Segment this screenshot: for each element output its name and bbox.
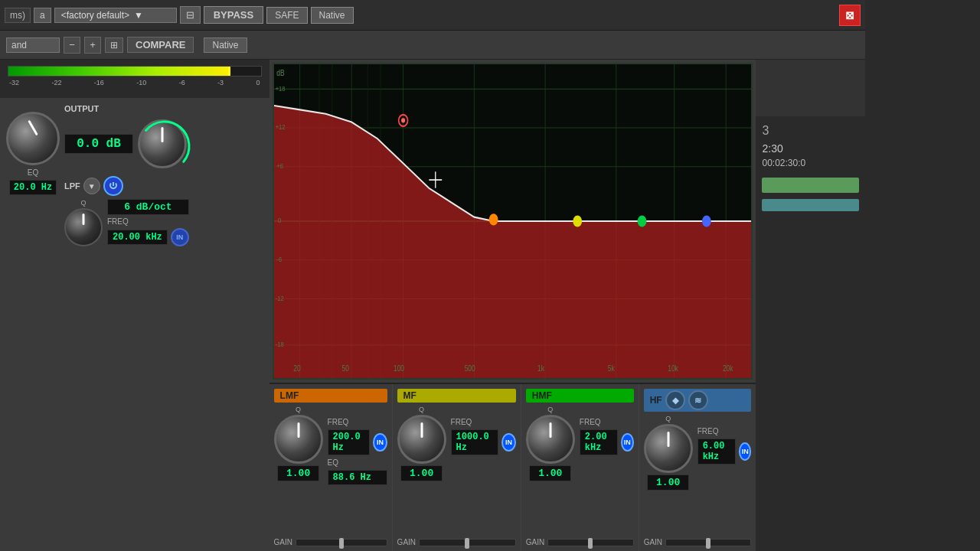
db-12-label: +12	[275, 122, 285, 131]
toolbar-row2: and − + ⊞ COMPARE Native	[0, 31, 865, 60]
lpf-freq-label: FREQ	[107, 217, 189, 226]
db-m6-label: -6	[276, 255, 282, 263]
hf-q-knob[interactable]	[644, 424, 693, 473]
hf-gain-thumb	[706, 538, 710, 549]
lpf-power-btn[interactable]	[103, 176, 123, 196]
hmf-gain-slider[interactable]	[547, 539, 633, 546]
close-button[interactable]: ⊠	[839, 5, 861, 26]
lmf-q-indicator	[297, 422, 299, 438]
lpf-q-knob[interactable]	[64, 208, 103, 246]
hmf-q-knob[interactable]	[526, 415, 575, 464]
lpf-freq-display: 20.00 kHz	[107, 230, 168, 245]
hmf-q-knob-area: Q 1.00	[526, 406, 575, 481]
native-label2[interactable]: Native	[204, 37, 247, 53]
compare-button[interactable]: COMPARE	[127, 37, 194, 53]
vu-level	[8, 67, 230, 76]
save-button[interactable]: ⊟	[180, 6, 201, 24]
lmf-q-knob-area: Q 1.00	[274, 406, 323, 481]
eq-graph-area: dB +18 +12 +6 0 -6 -12 -18 20 50 100 500…	[270, 60, 756, 551]
mf-in-btn[interactable]: IN	[501, 433, 516, 452]
timeline-timecode: 00:02:30:0	[762, 156, 859, 170]
hf-in-btn[interactable]: IN	[739, 442, 752, 461]
mf-gain-thumb	[465, 538, 469, 549]
band-hmf-header: HMF	[526, 389, 634, 403]
eq-point-mf[interactable]	[573, 215, 582, 227]
hf-wave-btn[interactable]: ≋	[688, 390, 708, 410]
a-label: a	[34, 8, 51, 23]
db-6-label: +6	[276, 161, 283, 170]
preset-selector[interactable]: <factory default> ▼	[54, 8, 177, 23]
freq-50: 50	[341, 364, 348, 373]
timeline-info: 3 2:30 00:02:30:0	[756, 116, 865, 174]
freq-1k: 1k	[537, 364, 544, 373]
mf-right: FREQ 1000.0 Hz IN	[451, 418, 516, 455]
lmf-gain-slider[interactable]	[296, 539, 387, 546]
lmf-in-btn[interactable]: IN	[373, 433, 387, 452]
eq-point-lmf[interactable]	[488, 214, 498, 225]
hf-gain-label: GAIN	[644, 538, 662, 546]
vu-peak	[228, 67, 230, 76]
lmf-eq-label: EQ	[328, 458, 387, 467]
plus-button[interactable]: +	[84, 37, 101, 54]
hmf-q-display: 1.00	[529, 465, 571, 481]
db-m18-label: -18	[275, 340, 283, 348]
hf-q-display: 1.00	[647, 474, 689, 491]
lmf-q-knob[interactable]	[274, 415, 323, 464]
db-0-label: 0	[278, 216, 281, 224]
main-knob-wrapper	[6, 112, 60, 165]
output-label: OUTPUT	[64, 104, 263, 113]
hf-gain-row: GAIN	[644, 538, 752, 546]
eq-point-lpf-dot	[401, 118, 405, 122]
freq-500: 500	[464, 364, 475, 373]
mf-freq-display: 1000.0 Hz	[451, 429, 498, 455]
native-button[interactable]: Native	[311, 7, 354, 24]
hf-q-indicator	[667, 432, 669, 447]
main-controls: EQ 20.0 Hz OUTPUT 0.0 dB	[0, 98, 270, 551]
lmf-gain-label: GAIN	[274, 538, 292, 546]
output-controls: OUTPUT 0.0 dB	[64, 104, 263, 168]
lmf-eq-display: 88.6 Hz	[328, 470, 387, 485]
hmf-in-btn[interactable]: IN	[621, 433, 634, 452]
mf-gain-row: GAIN	[397, 538, 516, 546]
output-display: 0.0 dB	[64, 134, 133, 154]
hf-gain-slider[interactable]	[665, 539, 751, 546]
safe-button[interactable]: SAFE	[266, 7, 307, 24]
eq-point-hmf[interactable]	[637, 215, 646, 227]
mf-gain-label: GAIN	[397, 538, 416, 546]
eq-fill	[274, 106, 752, 378]
mf-q-knob[interactable]	[397, 415, 446, 464]
band-dropdown[interactable]: and	[6, 37, 60, 53]
hf-q-knob-area: Q 1.00	[644, 415, 693, 491]
power-icon	[108, 181, 119, 191]
band-mf-section: MF Q 1.00 FREQ 1000.0 Hz	[393, 384, 521, 551]
freq-5k: 5k	[607, 364, 614, 373]
lmf-q-display: 1.00	[277, 465, 319, 481]
minus-button[interactable]: −	[64, 37, 80, 54]
lpf-right: 6 dB/oct FREQ 20.00 kHz IN	[107, 199, 189, 246]
copy-button[interactable]: ⊞	[105, 37, 123, 53]
lmf-controls: Q 1.00 FREQ 200.0 Hz IN	[274, 406, 387, 485]
timeline-top	[756, 60, 865, 116]
vu-scale: -32-22-16-10-6-30	[8, 79, 262, 86]
hmf-gain-row: GAIN	[526, 538, 634, 546]
mf-gain-slider[interactable]	[419, 539, 516, 546]
hmf-freq-display: 2.00 kHz	[580, 429, 618, 455]
main-knob[interactable]	[6, 112, 60, 165]
hf-wave-icon: ≋	[694, 396, 701, 406]
hf-symbol-btn[interactable]: ◆	[665, 390, 685, 410]
eq-point-hf[interactable]	[702, 215, 711, 227]
vu-bar	[8, 66, 262, 77]
bypass-button[interactable]: BYPASS	[204, 6, 264, 24]
lmf-gain-row: GAIN	[274, 538, 387, 546]
band-hf-section: HF ◆ ≋ Q 1	[639, 384, 756, 551]
output-knob[interactable]	[138, 119, 187, 168]
eq-freq-display: 20.0 Hz	[9, 180, 57, 195]
mf-freq-row: 1000.0 Hz IN	[451, 429, 516, 455]
right-panel: 3 2:30 00:02:30:0	[756, 60, 865, 551]
freq-10k: 10k	[668, 364, 678, 373]
main-knob-area: EQ 20.0 Hz	[6, 104, 60, 545]
lpf-down-arrow[interactable]: ▼	[83, 178, 100, 194]
lpf-controls: Q 6 dB/oct FREQ 20.00 kHz IN	[64, 199, 263, 246]
lpf-in-btn[interactable]: IN	[171, 228, 189, 246]
eq-label-main: EQ	[28, 168, 38, 177]
